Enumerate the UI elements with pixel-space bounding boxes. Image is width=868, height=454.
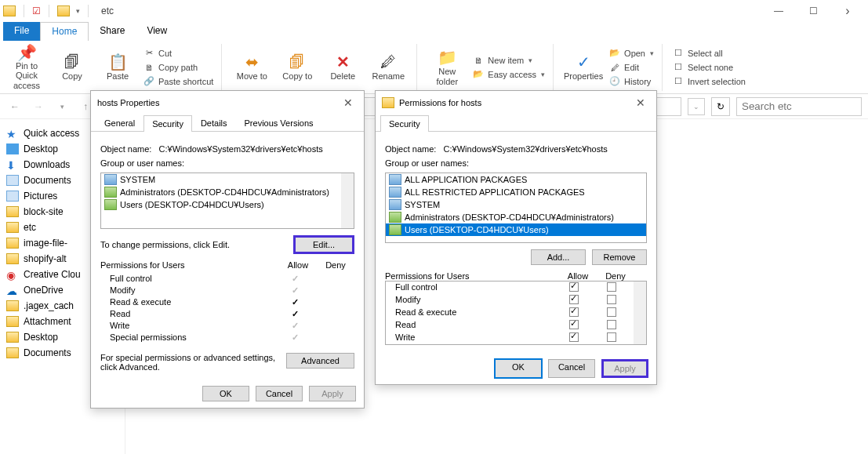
permission-row: Read & execute <box>386 307 646 319</box>
search-input[interactable] <box>736 97 862 116</box>
allow-checkbox[interactable] <box>569 307 579 317</box>
ok-button[interactable]: OK <box>495 359 542 378</box>
tab-file[interactable]: File <box>3 22 40 41</box>
copy-to-icon: 🗐 <box>286 53 308 71</box>
sidebar-item-label: Desktop <box>24 332 58 343</box>
back-button[interactable]: ← <box>6 98 24 115</box>
new-folder-button[interactable]: 📁New folder <box>427 45 467 89</box>
copy-path-button[interactable]: 🗎Copy path <box>143 61 213 74</box>
forward-button[interactable]: → <box>30 98 47 115</box>
scrollbar[interactable] <box>634 281 646 344</box>
allow-checkbox[interactable] <box>569 295 579 304</box>
cut-button[interactable]: ✂Cut <box>143 47 213 60</box>
allow-check-icon: ✓ <box>292 321 299 330</box>
close-button[interactable]: › <box>830 0 865 22</box>
group-label: Administrators (DESKTOP-CD4HDCU¥Administ… <box>405 212 614 222</box>
group-icon <box>389 174 401 185</box>
delete-button[interactable]: ✕Delete <box>322 45 363 89</box>
paste-button[interactable]: 📋Paste <box>97 45 138 89</box>
copy-to-button[interactable]: 🗐Copy to <box>277 45 318 89</box>
group-item[interactable]: ALL RESTRICTED APPLICATION PACKAGES <box>386 186 646 198</box>
minimize-button[interactable]: — <box>761 0 796 22</box>
deny-checkbox[interactable] <box>607 295 616 304</box>
scrollbar[interactable] <box>341 173 354 228</box>
ok-button[interactable]: OK <box>202 386 249 401</box>
folder-icon <box>6 300 19 311</box>
address-dropdown[interactable]: ⌄ <box>688 98 705 115</box>
move-to-button[interactable]: ⬌Move to <box>231 45 272 89</box>
tab-general[interactable]: General <box>96 114 143 131</box>
deny-checkbox[interactable] <box>607 307 616 317</box>
tab-view[interactable]: View <box>136 22 178 41</box>
advanced-hint: For special permissions or advanced sett… <box>100 353 280 372</box>
advanced-button[interactable]: Advanced <box>286 353 354 369</box>
tab-previous-versions[interactable]: Previous Versions <box>236 114 322 131</box>
close-button[interactable]: ✕ <box>339 96 358 109</box>
allow-checkbox[interactable] <box>569 282 579 292</box>
deny-col: Deny <box>317 260 354 270</box>
deny-checkbox[interactable] <box>607 282 616 292</box>
maximize-button[interactable]: ☐ <box>796 0 830 22</box>
recent-button[interactable]: ▾ <box>53 98 71 115</box>
folder-icon <box>6 206 19 217</box>
permission-row: Write✓ <box>104 320 351 332</box>
group-item[interactable]: Administrators (DESKTOP-CD4HDCU¥Administ… <box>101 186 354 198</box>
invert-selection-button[interactable]: ☐Invert selection <box>672 75 746 88</box>
allow-checkbox[interactable] <box>569 320 579 329</box>
allow-check-icon: ✓ <box>292 297 299 307</box>
pic-icon <box>6 191 19 202</box>
sidebar-item-label: image-file- <box>24 238 67 249</box>
new-item-button[interactable]: 🗎New item▾ <box>472 54 545 67</box>
sidebar-item-label: shopify-alt <box>24 253 67 264</box>
qat-icon[interactable]: ☑ <box>32 5 41 16</box>
group-item[interactable]: Users (DESKTOP-CD4HDCU¥Users) <box>386 223 646 236</box>
deny-checkbox[interactable] <box>607 320 616 329</box>
allow-checkbox[interactable] <box>569 332 579 342</box>
perm-name: Read & execute <box>389 307 555 318</box>
tab-share[interactable]: Share <box>89 22 136 41</box>
qat-dropdown[interactable]: ▾ <box>76 7 80 15</box>
tab-security[interactable]: Security <box>380 115 429 132</box>
group-label: Users (DESKTOP-CD4HDCU¥Users) <box>405 225 549 234</box>
apply-button[interactable]: Apply <box>601 359 648 378</box>
close-button[interactable]: ✕ <box>631 96 650 109</box>
edit-button[interactable]: 🖉Edit <box>608 61 654 74</box>
group-item[interactable]: ALL APPLICATION PACKAGES <box>386 173 646 186</box>
rename-button[interactable]: 🖉Rename <box>368 45 409 89</box>
copy-button[interactable]: 🗐Copy <box>52 45 93 89</box>
sidebar-item-label: etc <box>24 222 36 233</box>
group-listbox[interactable]: SYSTEMAdministrators (DESKTOP-CD4HDCU¥Ad… <box>100 173 354 229</box>
refresh-button[interactable]: ↻ <box>711 97 730 116</box>
tab-security[interactable]: Security <box>143 115 192 132</box>
properties-button[interactable]: ✓Properties <box>563 45 604 89</box>
cancel-button[interactable]: Cancel <box>548 359 595 378</box>
add-button[interactable]: Add... <box>531 249 586 265</box>
select-all-button[interactable]: ☐Select all <box>672 47 746 60</box>
permission-row: Read & execute✓ <box>104 296 351 308</box>
open-button[interactable]: 📂Open▾ <box>608 47 654 60</box>
pin-button[interactable]: 📌Pin to Quick access <box>6 45 47 89</box>
paste-shortcut-button[interactable]: 🔗Paste shortcut <box>143 75 213 88</box>
group-item[interactable]: Administrators (DESKTOP-CD4HDCU¥Administ… <box>386 211 646 223</box>
group-listbox[interactable]: ALL APPLICATION PACKAGESALL RESTRICTED A… <box>385 173 647 243</box>
remove-button[interactable]: Remove <box>592 249 647 265</box>
folder-icon <box>3 5 16 16</box>
group-or-user-label: Group or user names: <box>385 158 647 168</box>
group-item[interactable]: Users (DESKTOP-CD4HDCU¥Users) <box>101 198 354 211</box>
folder-icon <box>6 316 19 327</box>
select-none-button[interactable]: ☐Select none <box>672 61 746 74</box>
cancel-button[interactable]: Cancel <box>256 386 303 401</box>
deny-col: Deny <box>597 271 634 281</box>
properties-dialog: hosts Properties ✕ General Security Deta… <box>90 90 365 409</box>
edit-button[interactable]: Edit... <box>293 235 354 254</box>
easy-access-button[interactable]: 📂Easy access▾ <box>472 68 545 81</box>
group-item[interactable]: SYSTEM <box>101 173 354 186</box>
tab-home[interactable]: Home <box>40 22 89 41</box>
history-button[interactable]: 🕘History <box>608 75 654 88</box>
deny-checkbox[interactable] <box>607 332 616 342</box>
tab-details[interactable]: Details <box>192 114 236 131</box>
permissions-list[interactable]: Full controlModifyRead & executeReadWrit… <box>385 281 647 345</box>
group-item[interactable]: SYSTEM <box>386 198 646 211</box>
perm-name: Special permissions <box>104 332 276 343</box>
apply-button[interactable]: Apply <box>309 386 356 401</box>
